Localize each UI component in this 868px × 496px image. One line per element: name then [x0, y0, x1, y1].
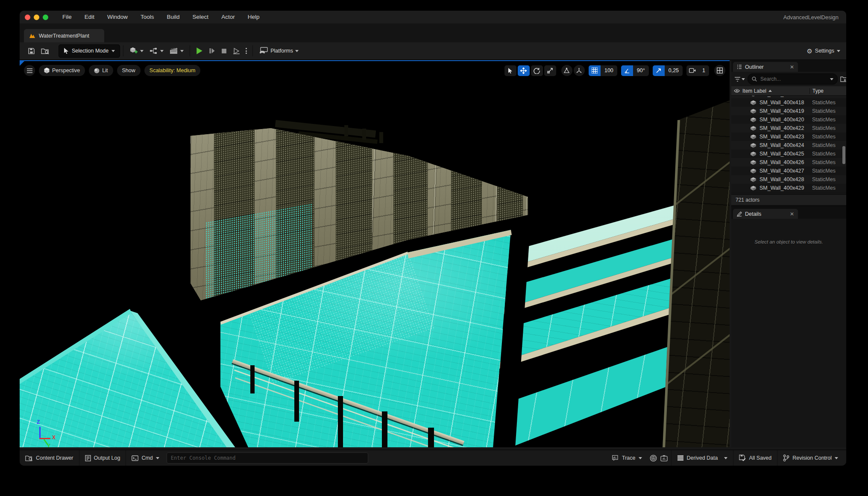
scale-tool-button[interactable] — [544, 65, 556, 76]
chevron-down-icon — [742, 78, 745, 80]
stop-button[interactable] — [218, 44, 230, 57]
outliner-list[interactable]: SM_Wall_400x417StaticMesSM_Wall_400x418S… — [731, 96, 846, 194]
menu-actor[interactable]: Actor — [215, 11, 241, 23]
blueprints-button[interactable] — [147, 44, 167, 57]
viewport-options-button[interactable] — [24, 65, 35, 76]
rotate-tool-button[interactable] — [531, 65, 543, 76]
menu-tools[interactable]: Tools — [134, 11, 161, 23]
menu-select[interactable]: Select — [186, 11, 215, 23]
outliner-row[interactable]: SM_Wall_400x429StaticMes — [731, 184, 846, 192]
search-input[interactable] — [760, 76, 827, 82]
outliner-row[interactable]: SM_Wall_400x424StaticMes — [731, 141, 846, 150]
play-options-kebab[interactable] — [243, 48, 249, 54]
grid-snap-button[interactable] — [589, 65, 601, 76]
surface-snap-button[interactable] — [561, 65, 572, 76]
type-column-header[interactable]: Type — [809, 88, 846, 94]
wall-streak — [671, 231, 730, 295]
select-tool-button[interactable] — [504, 65, 516, 76]
cinematics-button[interactable] — [167, 44, 187, 57]
visibility-column-header[interactable] — [731, 89, 742, 93]
settings-dropdown[interactable]: ⚙ Settings — [806, 48, 840, 54]
play-button[interactable] — [193, 44, 206, 57]
level-tab[interactable]: WaterTreatmentPlant — [24, 29, 104, 42]
output-log-label: Output Log — [94, 455, 120, 461]
toolbar-separator — [190, 45, 190, 56]
add-actor-button[interactable] — [126, 44, 147, 57]
close-icon[interactable]: ✕ — [790, 211, 794, 217]
derived-data-dropdown[interactable]: Derived Data — [672, 450, 733, 466]
static-mesh-icon — [750, 134, 757, 140]
outliner-scrollbar[interactable] — [842, 146, 845, 164]
output-log-button[interactable]: Output Log — [79, 450, 126, 466]
scale-snap-button[interactable] — [653, 65, 665, 76]
output-log-icon — [85, 455, 91, 461]
close-button[interactable] — [25, 15, 30, 20]
camera-speed-value[interactable]: 1 — [698, 65, 709, 76]
menu-edit[interactable]: Edit — [78, 11, 101, 23]
outliner-row[interactable]: SM_Wall_400x425StaticMes — [731, 150, 846, 158]
outliner-row[interactable]: SM_Wall_400x428StaticMes — [731, 175, 846, 184]
show-dropdown[interactable]: Show — [117, 65, 141, 76]
menu-build[interactable]: Build — [161, 11, 186, 23]
outliner-row[interactable]: SM_Wall_400x419StaticMes — [731, 107, 846, 115]
lit-dropdown[interactable]: Lit — [89, 65, 113, 76]
outliner-row[interactable]: SM_Wall_400x427StaticMes — [731, 167, 846, 175]
frame-skip-button[interactable] — [206, 44, 218, 57]
move-tool-button[interactable] — [518, 65, 530, 76]
details-panel-body: Select an object to view details. — [731, 219, 846, 447]
menu-window[interactable]: Window — [101, 11, 134, 23]
maximize-viewport-button[interactable] — [714, 65, 725, 76]
zoom-button[interactable] — [43, 15, 48, 20]
content-browser-button[interactable] — [38, 44, 53, 57]
selection-mode-dropdown[interactable]: Selection Mode — [59, 44, 120, 58]
menu-file[interactable]: File — [56, 11, 78, 23]
actor-type: StaticMes — [812, 159, 846, 165]
all-saved-button[interactable]: All Saved — [733, 450, 777, 466]
axis-x-line — [39, 438, 50, 439]
camera-speed-button[interactable] — [686, 65, 698, 76]
outliner-row[interactable]: SM_Wall_400x420StaticMes — [731, 115, 846, 124]
world-space-button[interactable] — [574, 65, 585, 76]
viewport-canvas[interactable]: Z X Y Perspective Lit Show — [20, 60, 730, 447]
insights-session-button[interactable] — [648, 450, 659, 466]
play-from-here-button[interactable] — [230, 44, 243, 57]
tab-details[interactable]: Details ✕ — [733, 209, 798, 219]
railing-post — [250, 365, 255, 393]
grid-snap-value[interactable]: 100 — [601, 65, 617, 76]
chevron-down-icon — [295, 50, 299, 52]
platforms-dropdown[interactable]: Platforms — [256, 44, 302, 57]
cmd-dropdown[interactable]: Cmd — [126, 450, 164, 466]
save-button[interactable] — [25, 44, 38, 57]
outliner-row[interactable]: SM_Wall_400x422StaticMes — [731, 124, 846, 132]
level-icon — [29, 33, 35, 38]
outliner-row[interactable]: SM_Wall_400x423StaticMes — [731, 132, 846, 141]
diagonal-arrow-icon — [656, 68, 661, 73]
rotation-snap-button[interactable] — [621, 65, 633, 76]
tab-outliner[interactable]: Outliner ✕ — [733, 62, 798, 72]
close-icon[interactable]: ✕ — [790, 64, 794, 70]
menu-help[interactable]: Help — [241, 11, 266, 23]
perspective-dropdown[interactable]: Perspective — [39, 65, 85, 76]
create-folder-button[interactable] — [840, 76, 846, 82]
viewport-toolbar-right: 100 90° 0,25 1 — [504, 65, 725, 76]
filter-button[interactable] — [735, 77, 745, 82]
wall-streak — [666, 320, 730, 385]
rotation-snap-value[interactable]: 90° — [633, 65, 649, 76]
console-command-input[interactable] — [167, 452, 368, 464]
outliner-row[interactable]: SM_Wall_400x426StaticMes — [731, 158, 846, 167]
trace-dropdown[interactable]: Trace — [607, 450, 648, 466]
outliner-row[interactable]: SM_Wall_400x418StaticMes — [731, 98, 846, 107]
minimize-button[interactable] — [34, 15, 39, 20]
content-drawer-button[interactable]: Content Drawer — [20, 450, 79, 466]
scale-snap-value[interactable]: 0,25 — [665, 65, 683, 76]
chevron-down-icon — [140, 50, 144, 52]
scalability-badge[interactable]: Scalability: Medium — [144, 65, 201, 76]
trace-screenshot-button[interactable] — [659, 450, 671, 466]
item-label-column-header[interactable]: Item Label — [742, 88, 809, 94]
revision-control-dropdown[interactable]: Revision Control — [777, 450, 844, 466]
chevron-down-icon — [111, 50, 115, 52]
outliner-search[interactable] — [748, 73, 838, 85]
static-mesh-icon — [750, 160, 757, 165]
railing-post — [294, 381, 299, 422]
blueprint-nodes-icon — [150, 47, 158, 54]
